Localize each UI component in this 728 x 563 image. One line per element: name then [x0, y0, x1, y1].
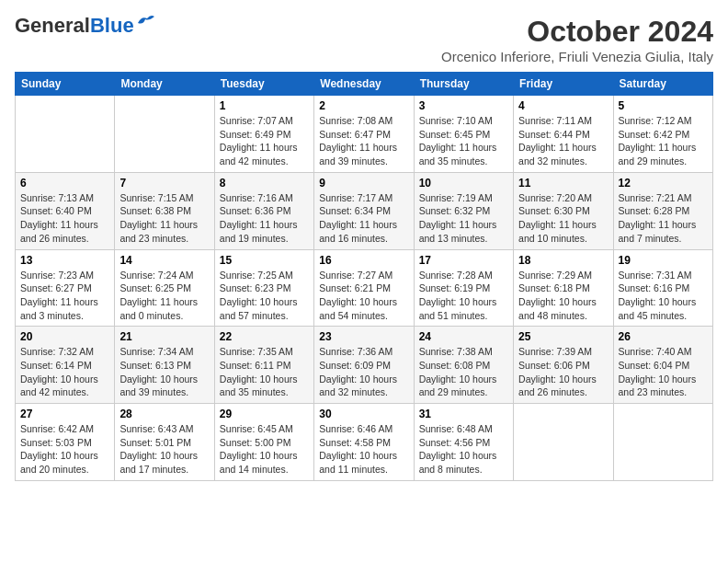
day-info-line: Sunset: 6:14 PM — [20, 360, 92, 371]
day-info-line: Sunrise: 7:38 AM — [419, 346, 493, 357]
day-info: Sunrise: 7:35 AMSunset: 6:11 PMDaylight:… — [220, 345, 309, 399]
header-saturday: Saturday — [613, 73, 712, 96]
calendar-cell: 28Sunrise: 6:43 AMSunset: 5:01 PMDayligh… — [115, 404, 214, 481]
day-info: Sunrise: 7:13 AMSunset: 6:40 PMDaylight:… — [20, 191, 109, 246]
day-info: Sunrise: 7:17 AMSunset: 6:34 PMDaylight:… — [319, 191, 408, 246]
day-info-line: Daylight: 10 hours and 20 minutes. — [20, 450, 98, 475]
day-number: 23 — [319, 330, 408, 343]
calendar-cell: 23Sunrise: 7:36 AMSunset: 6:09 PMDayligh… — [314, 327, 414, 404]
day-info-line: Sunrise: 6:48 AM — [419, 423, 493, 434]
day-info-line: Sunrise: 7:25 AM — [220, 270, 293, 281]
day-info-line: Sunrise: 7:35 AM — [220, 346, 293, 357]
day-info: Sunrise: 7:31 AMSunset: 6:16 PMDaylight:… — [619, 269, 708, 323]
day-info: Sunrise: 7:23 AMSunset: 6:27 PMDaylight:… — [20, 269, 109, 323]
calendar-cell: 1Sunrise: 7:07 AMSunset: 6:49 PMDaylight… — [214, 96, 313, 173]
day-info-line: Daylight: 11 hours and 35 minutes. — [419, 142, 497, 167]
day-info-line: Daylight: 10 hours and 48 minutes. — [518, 296, 597, 321]
calendar-cell: 18Sunrise: 7:29 AMSunset: 6:18 PMDayligh… — [514, 249, 613, 327]
day-info-line: Sunset: 4:58 PM — [319, 437, 391, 448]
day-info-line: Daylight: 10 hours and 45 minutes. — [619, 296, 697, 321]
day-info-line: Sunrise: 7:11 AM — [518, 115, 592, 126]
day-info-line: Sunrise: 7:21 AM — [619, 192, 692, 203]
day-number: 30 — [319, 408, 408, 420]
day-number: 21 — [119, 330, 209, 343]
day-info-line: Daylight: 10 hours and 26 minutes. — [518, 373, 597, 398]
day-info-line: Sunrise: 7:34 AM — [119, 346, 193, 357]
day-number: 9 — [319, 177, 408, 190]
day-info-line: Sunrise: 7:08 AM — [319, 115, 392, 126]
day-number: 14 — [119, 254, 209, 267]
day-info-line: Daylight: 10 hours and 51 minutes. — [419, 296, 497, 321]
day-info-line: Daylight: 10 hours and 11 minutes. — [319, 450, 397, 475]
day-info-line: Sunset: 6:49 PM — [220, 129, 291, 140]
day-info: Sunrise: 7:39 AMSunset: 6:06 PMDaylight:… — [518, 345, 608, 399]
calendar-cell: 6Sunrise: 7:13 AMSunset: 6:40 PMDaylight… — [16, 172, 115, 249]
day-info: Sunrise: 7:11 AMSunset: 6:44 PMDaylight:… — [518, 114, 608, 168]
page-header: GeneralBlue October 2024 Orcenico Inferi… — [15, 15, 713, 64]
day-info-line: Sunset: 6:45 PM — [419, 129, 491, 140]
day-info-line: Sunset: 6:04 PM — [619, 360, 690, 371]
day-info: Sunrise: 6:48 AMSunset: 4:56 PMDaylight:… — [419, 422, 508, 477]
day-info-line: Sunset: 6:16 PM — [619, 282, 690, 293]
day-info: Sunrise: 7:21 AMSunset: 6:28 PMDaylight:… — [619, 191, 708, 246]
day-info: Sunrise: 7:40 AMSunset: 6:04 PMDaylight:… — [619, 345, 708, 399]
day-info-line: Sunrise: 7:28 AM — [419, 270, 493, 281]
day-info-line: Sunset: 6:13 PM — [119, 360, 191, 371]
logo: GeneralBlue — [15, 15, 156, 37]
day-info-line: Sunrise: 6:46 AM — [319, 423, 392, 434]
day-number: 8 — [220, 177, 309, 190]
day-info-line: Daylight: 11 hours and 23 minutes. — [119, 219, 198, 244]
day-number: 25 — [518, 330, 608, 343]
day-number: 20 — [20, 330, 109, 343]
day-info-line: Daylight: 10 hours and 32 minutes. — [319, 373, 397, 398]
calendar-cell — [514, 404, 613, 481]
day-number: 27 — [20, 408, 109, 420]
day-info-line: Sunrise: 6:42 AM — [20, 423, 94, 434]
day-info-line: Sunset: 6:06 PM — [518, 360, 590, 371]
day-info-line: Sunset: 6:32 PM — [419, 205, 491, 216]
day-number: 24 — [419, 330, 508, 343]
calendar-cell: 4Sunrise: 7:11 AMSunset: 6:44 PMDaylight… — [514, 96, 613, 173]
day-info: Sunrise: 7:10 AMSunset: 6:45 PMDaylight:… — [419, 114, 508, 168]
calendar-cell: 10Sunrise: 7:19 AMSunset: 6:32 PMDayligh… — [414, 172, 513, 249]
calendar-cell: 11Sunrise: 7:20 AMSunset: 6:30 PMDayligh… — [514, 172, 613, 249]
day-info: Sunrise: 7:29 AMSunset: 6:18 PMDaylight:… — [518, 269, 608, 323]
day-info-line: Sunset: 6:40 PM — [20, 205, 92, 216]
day-info-line: Sunset: 6:18 PM — [518, 282, 590, 293]
day-info-line: Daylight: 11 hours and 32 minutes. — [518, 142, 597, 167]
day-info: Sunrise: 7:20 AMSunset: 6:30 PMDaylight:… — [518, 191, 608, 246]
day-info-line: Sunset: 5:03 PM — [20, 437, 92, 448]
day-number: 3 — [419, 99, 508, 112]
header-friday: Friday — [514, 73, 613, 96]
day-info-line: Sunset: 6:27 PM — [20, 282, 92, 293]
day-info-line: Sunset: 6:08 PM — [419, 360, 491, 371]
day-info-line: Sunrise: 7:31 AM — [619, 270, 692, 281]
day-info-line: Daylight: 10 hours and 23 minutes. — [619, 373, 697, 398]
month-title: October 2024 — [441, 15, 713, 49]
calendar-cell: 14Sunrise: 7:24 AMSunset: 6:25 PMDayligh… — [115, 249, 214, 327]
calendar-cell: 16Sunrise: 7:27 AMSunset: 6:21 PMDayligh… — [314, 249, 414, 327]
title-section: October 2024 Orcenico Inferiore, Friuli … — [441, 15, 713, 64]
calendar-cell: 13Sunrise: 7:23 AMSunset: 6:27 PMDayligh… — [16, 249, 115, 327]
day-number: 11 — [518, 177, 608, 190]
day-number: 15 — [220, 254, 309, 267]
day-info-line: Daylight: 10 hours and 42 minutes. — [20, 373, 98, 398]
day-info-line: Sunset: 6:36 PM — [220, 205, 291, 216]
day-info-line: Sunrise: 6:43 AM — [119, 423, 193, 434]
day-number: 22 — [220, 330, 309, 343]
day-number: 17 — [419, 254, 508, 267]
day-info-line: Sunset: 6:42 PM — [619, 129, 690, 140]
logo-bird-icon — [136, 14, 156, 30]
day-info-line: Daylight: 11 hours and 10 minutes. — [518, 219, 597, 244]
calendar-cell: 25Sunrise: 7:39 AMSunset: 6:06 PMDayligh… — [514, 327, 613, 404]
day-info-line: Sunset: 6:19 PM — [419, 282, 491, 293]
day-info-line: Daylight: 11 hours and 7 minutes. — [619, 219, 697, 244]
day-info: Sunrise: 7:15 AMSunset: 6:38 PMDaylight:… — [119, 191, 209, 246]
day-number: 2 — [319, 99, 408, 112]
day-info-line: Sunset: 6:25 PM — [119, 282, 191, 293]
day-info-line: Sunrise: 7:27 AM — [319, 270, 392, 281]
calendar-cell: 9Sunrise: 7:17 AMSunset: 6:34 PMDaylight… — [314, 172, 414, 249]
day-info: Sunrise: 7:34 AMSunset: 6:13 PMDaylight:… — [119, 345, 209, 399]
day-number: 6 — [20, 177, 109, 190]
day-info-line: Sunrise: 7:17 AM — [319, 192, 392, 203]
